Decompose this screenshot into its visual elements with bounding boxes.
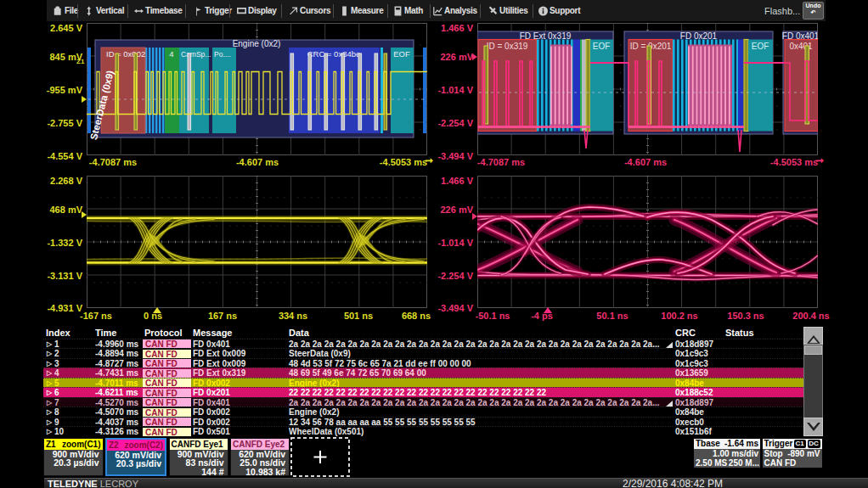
svg-text:EOF: EOF <box>752 42 769 51</box>
svg-text:EOF: EOF <box>393 49 410 59</box>
svg-text:FD 0x401: FD 0x401 <box>782 31 818 41</box>
svg-text:CamSp...: CamSp... <box>181 50 211 59</box>
svg-text:CRC = 0x84be: CRC = 0x84be <box>307 49 361 59</box>
svg-text:4: 4 <box>169 49 173 59</box>
svg-text:FD 0x201: FD 0x201 <box>680 31 718 41</box>
svg-text:ID = 0x002: ID = 0x002 <box>106 49 145 59</box>
svg-text:EOF: EOF <box>593 42 611 51</box>
svg-text:Po....: Po.... <box>214 50 231 59</box>
svg-text:Engine (0x2): Engine (0x2) <box>233 39 281 48</box>
svg-text:FD Ext 0x319: FD Ext 0x319 <box>520 31 572 41</box>
svg-text:ID = 0x319: ID = 0x319 <box>487 42 528 51</box>
